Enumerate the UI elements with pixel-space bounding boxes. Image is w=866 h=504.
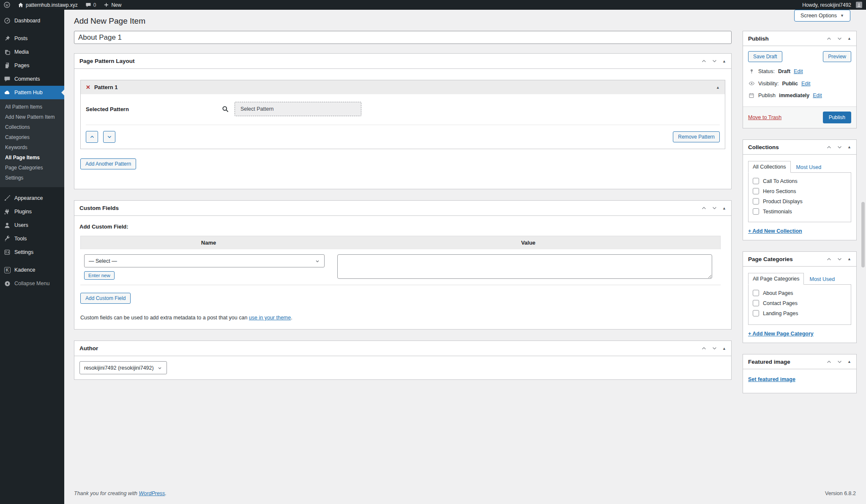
toggle-panel-icon[interactable]: ▲ [722, 346, 726, 351]
collection-option[interactable]: Product Displays [753, 198, 847, 204]
toggle-panel-icon[interactable]: ▲ [847, 145, 851, 149]
sidebar-item-media[interactable]: Media [0, 45, 64, 59]
submenu-settings[interactable]: Settings [0, 173, 64, 183]
tab-most-used[interactable]: Most Used [791, 162, 822, 173]
sidebar-item-pattern-hub[interactable]: Pattern Hub [0, 86, 64, 99]
submenu-add-new-pattern-item[interactable]: Add New Pattern Item [0, 112, 64, 122]
toggle-panel-icon[interactable]: ▲ [722, 206, 726, 210]
move-up-icon[interactable] [701, 205, 707, 211]
edit-status-link[interactable]: Edit [794, 68, 803, 74]
checkbox[interactable] [753, 208, 759, 215]
checkbox[interactable] [753, 300, 759, 306]
post-title-input[interactable] [74, 31, 732, 44]
add-custom-field-button[interactable]: Add Custom Field [80, 293, 131, 304]
move-up-icon[interactable] [701, 58, 707, 64]
save-draft-button[interactable]: Save Draft [748, 51, 782, 62]
toggle-panel-icon[interactable]: ▲ [847, 36, 851, 41]
pattern-move-down-button[interactable] [103, 131, 115, 143]
page-category-option[interactable]: Landing Pages [753, 310, 847, 316]
submenu-categories[interactable]: Categories [0, 132, 64, 142]
tab-all-collections[interactable]: All Collections [748, 161, 791, 173]
submenu-keywords[interactable]: Keywords [0, 142, 64, 153]
submenu-page-categories[interactable]: Page Categories [0, 163, 64, 173]
move-up-icon[interactable] [701, 346, 707, 351]
move-down-icon[interactable] [837, 36, 842, 41]
move-up-icon[interactable] [826, 144, 832, 150]
checkbox[interactable] [753, 290, 759, 296]
pattern-move-up-button[interactable] [86, 131, 98, 143]
move-down-icon[interactable] [712, 58, 717, 64]
sidebar-item-settings[interactable]: Settings [0, 245, 64, 259]
sidebar-item-kadence[interactable]: K Kadence [0, 263, 64, 277]
metabox-header[interactable]: Page Pattern Layout ▲ [74, 54, 731, 69]
sidebar-item-comments[interactable]: Comments [0, 72, 64, 86]
enter-new-button[interactable]: Enter new [84, 271, 115, 280]
comments-menu-item[interactable]: 0 [82, 0, 100, 10]
select-pattern-field[interactable]: Select Pattern [235, 102, 361, 116]
move-down-icon[interactable] [837, 359, 842, 365]
edit-visibility-link[interactable]: Edit [801, 81, 811, 87]
page-category-option[interactable]: About Pages [753, 290, 847, 296]
preview-button[interactable]: Preview [823, 51, 851, 62]
use-in-your-theme-link[interactable]: use in your theme [249, 315, 291, 321]
custom-field-value-textarea[interactable] [337, 254, 712, 279]
metabox-header[interactable]: Page Categories ▲ [743, 252, 856, 267]
remove-pattern-x-icon[interactable]: ✕ [86, 84, 90, 90]
add-another-pattern-button[interactable]: Add Another Pattern [80, 158, 136, 169]
new-content-menu-item[interactable]: New [100, 0, 125, 10]
checkbox[interactable] [753, 310, 759, 316]
page-category-option[interactable]: Contact Pages [753, 300, 847, 306]
move-up-icon[interactable] [826, 256, 832, 262]
checkbox[interactable] [753, 188, 759, 194]
wordpress-logo-icon[interactable] [0, 0, 14, 10]
checkbox[interactable] [753, 198, 759, 204]
sidebar-item-tools[interactable]: Tools [0, 232, 64, 245]
move-down-icon[interactable] [837, 256, 842, 262]
collection-option[interactable]: Testimonials [753, 208, 847, 215]
screen-options-button[interactable]: Screen Options ▼ [794, 10, 850, 22]
submenu-all-pattern-items[interactable]: All Pattern Items [0, 102, 64, 112]
collection-option[interactable]: Hero Sections [753, 188, 847, 194]
sidebar-item-plugins[interactable]: Plugins [0, 205, 64, 218]
sidebar-item-users[interactable]: Users [0, 218, 64, 232]
metabox-header[interactable]: Custom Fields ▲ [74, 201, 731, 216]
toggle-panel-icon[interactable]: ▲ [847, 360, 851, 364]
set-featured-image-link[interactable]: Set featured image [748, 376, 795, 382]
move-down-icon[interactable] [712, 346, 717, 351]
edit-schedule-link[interactable]: Edit [813, 93, 822, 98]
add-new-page-category-link[interactable]: + Add New Page Category [748, 331, 814, 337]
toggle-panel-icon[interactable]: ▲ [722, 59, 726, 63]
toggle-panel-icon[interactable]: ▲ [847, 257, 851, 261]
sidebar-item-appearance[interactable]: Appearance [0, 191, 64, 205]
tab-most-used[interactable]: Most Used [804, 274, 835, 285]
scrollbar[interactable] [861, 202, 865, 267]
submenu-all-page-items[interactable]: All Page Items [0, 153, 64, 163]
sidebar-item-pages[interactable]: Pages [0, 59, 64, 72]
pattern-item-header[interactable]: ✕ Pattern 1 ▲ [81, 80, 725, 94]
tab-all-page-categories[interactable]: All Page Categories [748, 273, 804, 285]
metabox-header[interactable]: Publish ▲ [743, 31, 856, 46]
move-up-icon[interactable] [826, 359, 832, 365]
site-menu-item[interactable]: patternhub.instawp.xyz [14, 0, 82, 10]
author-select[interactable]: resokijini7492 (resokijini7492) [79, 361, 167, 374]
move-to-trash-link[interactable]: Move to Trash [748, 114, 781, 120]
publish-button[interactable]: Publish [823, 112, 851, 123]
sidebar-item-posts[interactable]: Posts [0, 32, 64, 45]
metabox-header[interactable]: Author ▲ [74, 341, 731, 356]
wordpress-link[interactable]: WordPress [139, 490, 165, 496]
move-up-icon[interactable] [826, 36, 832, 41]
collection-option[interactable]: Call To Actions [753, 178, 847, 184]
metabox-header[interactable]: Featured image ▲ [743, 354, 856, 369]
checkbox[interactable] [753, 178, 759, 184]
pattern-toggle-icon[interactable]: ▲ [716, 85, 720, 90]
add-new-collection-link[interactable]: + Add New Collection [748, 228, 802, 234]
remove-pattern-button[interactable]: Remove Pattern [673, 131, 720, 142]
metabox-header[interactable]: Collections ▲ [743, 140, 856, 155]
submenu-collections[interactable]: Collections [0, 122, 64, 132]
sidebar-item-dashboard[interactable]: Dashboard [0, 14, 64, 27]
collapse-menu-button[interactable]: Collapse Menu [0, 277, 64, 290]
custom-field-name-select[interactable]: — Select — [84, 254, 325, 267]
my-account-menu-item[interactable]: Howdy, resokijini7492 [798, 0, 866, 10]
move-down-icon[interactable] [837, 144, 842, 150]
move-down-icon[interactable] [712, 205, 717, 211]
